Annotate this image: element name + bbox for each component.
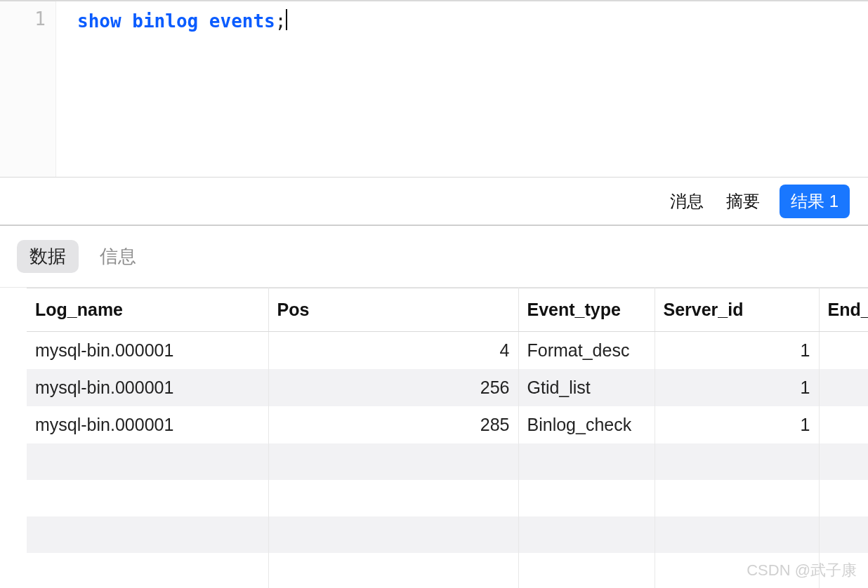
result-subtab-bar: 数据 信息 <box>0 226 868 288</box>
table-row[interactable] <box>27 553 868 588</box>
cell-log-name[interactable]: mysql-bin.000001 <box>27 369 268 406</box>
cell-end-log-pos[interactable] <box>819 406 868 443</box>
tab-summary[interactable]: 摘要 <box>723 186 763 217</box>
subtab-info[interactable]: 信息 <box>100 244 136 269</box>
editor-code-area[interactable]: show binlog events; <box>56 1 868 177</box>
subtab-data[interactable]: 数据 <box>17 240 79 273</box>
cell-server-id[interactable]: 1 <box>655 332 819 370</box>
cell-server-id[interactable]: 1 <box>655 369 819 406</box>
cell-end-log-pos[interactable] <box>819 369 868 406</box>
cell-pos[interactable]: 4 <box>268 332 518 370</box>
tab-result-1[interactable]: 结果 1 <box>780 185 850 218</box>
cell-event-type[interactable]: Binlog_check <box>518 406 655 443</box>
tab-messages[interactable]: 消息 <box>667 186 706 217</box>
col-header-server-id[interactable]: Server_id <box>655 288 819 332</box>
cell-log-name[interactable]: mysql-bin.000001 <box>27 406 268 443</box>
cell-server-id[interactable]: 1 <box>655 406 819 443</box>
sql-terminator: ; <box>275 11 287 32</box>
line-number: 1 <box>0 8 46 29</box>
text-cursor-icon <box>286 9 287 30</box>
cell-pos[interactable]: 285 <box>268 406 518 443</box>
col-header-event-type[interactable]: Event_type <box>518 288 655 332</box>
table-row[interactable] <box>27 516 868 553</box>
cell-event-type[interactable]: Format_desc <box>518 332 655 370</box>
output-tab-bar: 消息 摘要 结果 1 <box>0 177 868 226</box>
cell-log-name[interactable]: mysql-bin.000001 <box>27 332 268 370</box>
table-row[interactable] <box>27 480 868 516</box>
cell-end-log-pos[interactable] <box>819 332 868 370</box>
table-row[interactable]: mysql-bin.000001 285 Binlog_check 1 <box>27 406 868 443</box>
editor-gutter: 1 <box>0 1 56 177</box>
col-header-end-log-pos[interactable]: End_ <box>819 288 868 332</box>
col-header-pos[interactable]: Pos <box>268 288 518 332</box>
results-grid[interactable]: Log_name Pos Event_type Server_id End_ m… <box>0 288 868 588</box>
table-row[interactable] <box>27 443 868 480</box>
table-row[interactable]: mysql-bin.000001 4 Format_desc 1 <box>27 332 868 370</box>
table-header-row: Log_name Pos Event_type Server_id End_ <box>27 288 868 332</box>
sql-keyword: show binlog events <box>77 11 275 32</box>
cell-pos[interactable]: 256 <box>268 369 518 406</box>
col-header-log-name[interactable]: Log_name <box>27 288 268 332</box>
sql-editor[interactable]: 1 show binlog events; <box>0 0 868 177</box>
table-row[interactable]: mysql-bin.000001 256 Gtid_list 1 <box>27 369 868 406</box>
cell-event-type[interactable]: Gtid_list <box>518 369 655 406</box>
